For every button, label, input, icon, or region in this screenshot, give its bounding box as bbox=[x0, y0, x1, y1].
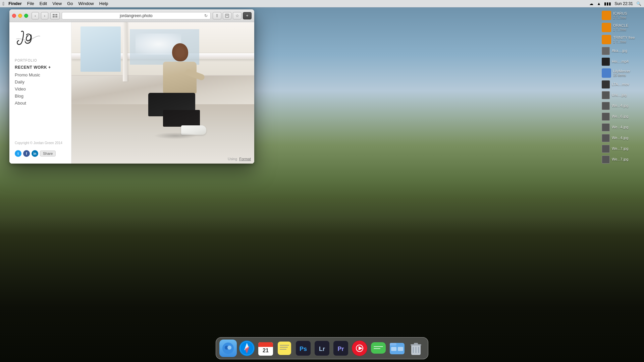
format-attribution: Using Format bbox=[228, 157, 251, 161]
window-menu[interactable]: Window bbox=[78, 1, 94, 6]
twitter-icon[interactable]: t bbox=[15, 150, 21, 157]
jpg-icon bbox=[602, 123, 610, 131]
jpg-icon bbox=[602, 156, 610, 164]
dock-messages[interactable] bbox=[370, 340, 387, 357]
apple-menu[interactable]:  bbox=[3, 1, 4, 6]
desktop-file-we7a[interactable]: We...7.jpg bbox=[600, 144, 641, 154]
file-name: We...7.jpg bbox=[612, 146, 628, 151]
share-button[interactable]: ⇧ bbox=[213, 12, 221, 19]
reading-list-button[interactable] bbox=[223, 12, 231, 19]
dock-itunes[interactable] bbox=[351, 340, 368, 357]
file-name: We...6.jpg bbox=[612, 114, 628, 119]
video-link[interactable]: Video bbox=[15, 86, 66, 92]
battery-icon: ▮▮▮ bbox=[604, 1, 611, 6]
jpg-icon bbox=[602, 145, 610, 153]
file-name: ORACLE bbox=[613, 23, 628, 28]
recent-work-heading[interactable]: RECENT WORK + bbox=[15, 65, 66, 70]
desktop-file-lta[interactable]: LTA....mov bbox=[600, 80, 641, 89]
desktop-file-we4b[interactable]: We...4.jpg bbox=[600, 123, 641, 132]
dock-notes[interactable] bbox=[276, 340, 293, 357]
svg-rect-5 bbox=[226, 15, 228, 15]
dock-finder[interactable] bbox=[219, 340, 237, 357]
dock-premiere[interactable]: Pr bbox=[332, 340, 350, 357]
dock-photoshop[interactable]: Ps bbox=[294, 340, 312, 357]
dock-lightroom[interactable]: Lr bbox=[313, 340, 331, 357]
person-head bbox=[172, 43, 188, 61]
jpg-icon bbox=[602, 91, 610, 99]
file-name: We...7.jpg bbox=[612, 157, 628, 162]
format-link[interactable]: Format bbox=[239, 157, 251, 161]
file-name: ICARUS bbox=[613, 11, 627, 16]
jg-logo bbox=[15, 29, 42, 47]
minimize-button[interactable] bbox=[18, 14, 22, 18]
photo-scene: Using Format bbox=[71, 22, 254, 164]
file-sub: 1 T...free bbox=[613, 28, 628, 32]
file-name: TRINITY free bbox=[613, 36, 635, 40]
file-info: ORACLE 1 T...free bbox=[613, 23, 628, 32]
file-name: We...4.jpg bbox=[612, 136, 628, 140]
file-name: We...4.jpg bbox=[612, 104, 628, 108]
desktop-file-trinity[interactable]: TRINITY free 1 T...free bbox=[600, 34, 641, 45]
folder-icon bbox=[602, 11, 611, 20]
bookmarks-button[interactable]: ☆ bbox=[233, 12, 241, 19]
browser-toolbar: ‹ › jordangreen.photo ↻ ⇧ ☆ bbox=[9, 9, 254, 22]
file-info: TRINITY free 1 T...free bbox=[613, 36, 635, 44]
tabs-button[interactable] bbox=[50, 12, 60, 19]
go-menu[interactable]: Go bbox=[67, 1, 73, 6]
file-name: Hei....mp4 bbox=[612, 59, 629, 64]
refresh-button[interactable]: ↻ bbox=[203, 13, 209, 19]
dock: 21 Ps Lr Pr bbox=[216, 337, 428, 359]
desktop-file-oracle[interactable]: ORACLE 1 T...free bbox=[600, 22, 641, 33]
desktop-file-aka[interactable]: Aka....jpg bbox=[600, 46, 641, 56]
finder-menu[interactable]: Finder bbox=[8, 1, 22, 6]
close-button[interactable] bbox=[12, 14, 16, 18]
desktop-file-we7b[interactable]: We...7.jpg bbox=[600, 155, 641, 164]
blog-link[interactable]: Blog bbox=[15, 94, 66, 99]
promo-music-link[interactable]: Promo Music bbox=[15, 72, 66, 77]
share-button[interactable]: Share bbox=[40, 150, 56, 157]
facebook-icon[interactable]: f bbox=[23, 150, 30, 157]
daily-link[interactable]: Daily bbox=[15, 79, 66, 84]
file-name: We...4.jpg bbox=[612, 125, 628, 129]
clock: Sun 22:31 bbox=[614, 1, 633, 6]
url-text: jordangreen.photo bbox=[120, 13, 152, 18]
svg-rect-21 bbox=[280, 349, 286, 350]
dock-finder2[interactable] bbox=[388, 340, 406, 357]
desktop-file-icarus[interactable]: ICARUS 2 T...free bbox=[600, 10, 641, 21]
add-tab-button[interactable]: + bbox=[243, 12, 252, 19]
dock-calendar[interactable]: 21 bbox=[257, 340, 274, 357]
file-menu[interactable]: File bbox=[27, 1, 34, 6]
edit-menu[interactable]: Edit bbox=[40, 1, 47, 6]
svg-rect-34 bbox=[374, 346, 383, 347]
file-sub: 15 items bbox=[613, 73, 630, 77]
linkedin-icon[interactable]: in bbox=[32, 150, 38, 157]
desktop-file-hei[interactable]: Hei....mp4 bbox=[600, 57, 641, 66]
social-area: t f in Share bbox=[15, 150, 66, 157]
desktop-file-unt[interactable]: Unt....jpg bbox=[600, 90, 641, 100]
back-button[interactable]: ‹ bbox=[32, 12, 39, 19]
about-link[interactable]: About bbox=[15, 101, 66, 106]
folder-icon bbox=[602, 23, 611, 32]
person-lower-legs bbox=[163, 110, 200, 127]
folder-icon bbox=[602, 35, 611, 44]
view-menu[interactable]: View bbox=[52, 1, 62, 6]
maximize-button[interactable] bbox=[24, 14, 28, 18]
dock-trash[interactable] bbox=[407, 340, 425, 357]
website-sidebar: PORTFOLIO RECENT WORK + Promo Music Dail… bbox=[9, 22, 71, 164]
help-menu[interactable]: Help bbox=[99, 1, 108, 6]
desktop-file-lilymercer[interactable]: LilyMercer 15 items bbox=[600, 68, 641, 78]
forward-button[interactable]: › bbox=[41, 12, 48, 19]
desktop-file-we6[interactable]: We...6.jpg bbox=[600, 112, 641, 121]
toolbar-right: ⇧ ☆ + bbox=[213, 12, 252, 19]
nav-links: Promo Music Daily Video Blog About bbox=[15, 72, 66, 106]
svg-rect-20 bbox=[280, 347, 288, 348]
traffic-lights bbox=[12, 14, 28, 18]
desktop-file-we4c[interactable]: We...4.jpg bbox=[600, 133, 641, 143]
svg-text:Pr: Pr bbox=[337, 346, 344, 352]
desktop-file-we4a[interactable]: We...4.jpg bbox=[600, 101, 641, 111]
svg-rect-0 bbox=[53, 14, 55, 15]
search-icon[interactable]: 🔍 bbox=[636, 1, 641, 6]
url-bar[interactable]: jordangreen.photo ↻ bbox=[62, 12, 211, 19]
dock-safari[interactable] bbox=[238, 340, 256, 357]
mov-icon bbox=[602, 58, 610, 66]
